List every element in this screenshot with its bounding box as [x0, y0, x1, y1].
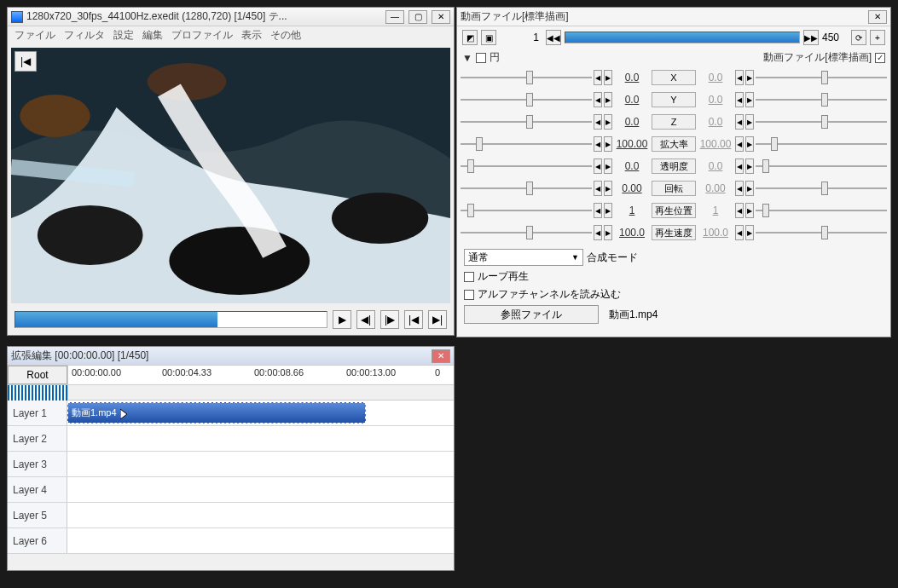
spin-right-down[interactable]: ◀ — [735, 159, 744, 174]
param-label[interactable]: Y — [652, 92, 696, 107]
spin-right-up[interactable]: ▶ — [745, 114, 754, 130]
slider-left[interactable] — [461, 114, 592, 130]
spin-left-up[interactable]: ▶ — [604, 225, 612, 240]
reference-file-button[interactable]: 参照ファイル — [464, 305, 599, 324]
param-label[interactable]: Z — [652, 114, 696, 130]
add-button[interactable]: + — [870, 30, 885, 45]
props-titlebar[interactable]: 動画ファイル[標準描画] ✕ — [457, 8, 890, 26]
value-left[interactable]: 0.0 — [614, 92, 650, 107]
props-close-button[interactable]: ✕ — [868, 10, 887, 24]
spin-right-down[interactable]: ◀ — [735, 225, 744, 240]
menu-settings[interactable]: 設定 — [113, 28, 134, 43]
spin-left-down[interactable]: ◀ — [594, 114, 602, 130]
slider-left[interactable] — [461, 136, 592, 152]
value-right[interactable]: 100.00 — [698, 136, 733, 152]
section-enable-checkbox[interactable]: ✓ — [875, 53, 885, 63]
slider-left[interactable] — [461, 203, 592, 218]
menu-profile[interactable]: プロファイル — [171, 28, 233, 43]
menu-view[interactable]: 表示 — [241, 28, 262, 43]
video-preview[interactable]: |◀ — [11, 48, 450, 303]
value-right[interactable]: 0.0 — [698, 92, 733, 107]
minimize-button[interactable]: — — [385, 10, 404, 24]
alpha-checkbox[interactable] — [464, 290, 474, 300]
slider-right[interactable] — [756, 92, 887, 107]
param-label[interactable]: 透明度 — [652, 159, 696, 174]
toggle-a-button[interactable]: ◩ — [462, 30, 478, 45]
slider-right[interactable] — [756, 136, 887, 152]
spin-right-up[interactable]: ▶ — [745, 136, 754, 152]
root-button[interactable]: Root — [8, 366, 67, 384]
spin-left-down[interactable]: ◀ — [594, 181, 602, 196]
value-left[interactable]: 0.00 — [614, 181, 650, 196]
spin-left-up[interactable]: ▶ — [604, 70, 612, 85]
layer-label[interactable]: Layer 4 — [8, 477, 67, 502]
spin-right-down[interactable]: ◀ — [735, 203, 744, 218]
layer-label[interactable]: Layer 5 — [8, 503, 67, 527]
slider-left[interactable] — [461, 225, 592, 240]
spin-left-up[interactable]: ▶ — [604, 181, 612, 196]
spin-left-down[interactable]: ◀ — [594, 159, 602, 174]
spin-right-down[interactable]: ◀ — [735, 70, 744, 85]
menu-other[interactable]: その他 — [270, 28, 301, 43]
layer-track[interactable] — [67, 528, 454, 553]
slider-left[interactable] — [461, 92, 592, 107]
layer-track[interactable]: 動画1.mp4 — [67, 401, 454, 425]
toggle-b-button[interactable]: ▣ — [481, 30, 496, 45]
spin-right-down[interactable]: ◀ — [735, 114, 744, 130]
value-right[interactable]: 1 — [698, 203, 733, 218]
step-back-button[interactable]: ◀| — [356, 310, 375, 329]
param-label[interactable]: 回転 — [652, 181, 696, 196]
go-start-button[interactable]: |◀ — [404, 310, 423, 329]
spin-left-up[interactable]: ▶ — [604, 136, 612, 152]
layer-label[interactable]: Layer 2 — [8, 426, 67, 451]
layer-label[interactable]: Layer 3 — [8, 452, 67, 476]
slider-left[interactable] — [461, 159, 592, 174]
spin-left-down[interactable]: ◀ — [594, 225, 602, 240]
spin-left-up[interactable]: ▶ — [604, 159, 612, 174]
slider-left[interactable] — [461, 181, 592, 196]
param-label[interactable]: X — [652, 70, 696, 85]
spin-right-up[interactable]: ▶ — [745, 92, 754, 107]
spin-left-down[interactable]: ◀ — [594, 203, 602, 218]
spin-right-up[interactable]: ▶ — [745, 159, 754, 174]
value-left[interactable]: 100.00 — [614, 136, 650, 152]
value-right[interactable]: 0.0 — [698, 159, 733, 174]
param-label[interactable]: 拡大率 — [652, 136, 696, 152]
step-fwd-button[interactable]: |▶ — [380, 310, 399, 329]
section-checkbox[interactable] — [476, 53, 486, 63]
frame-slider[interactable] — [565, 32, 800, 43]
loop-checkbox[interactable] — [464, 272, 474, 282]
close-button[interactable]: ✕ — [432, 10, 450, 24]
slider-right[interactable] — [756, 225, 887, 240]
spin-right-down[interactable]: ◀ — [735, 181, 744, 196]
spin-right-up[interactable]: ▶ — [745, 203, 754, 218]
spin-left-down[interactable]: ◀ — [594, 70, 602, 85]
preview-titlebar[interactable]: 1280x720_30fps_44100Hz.exedit (1280,720)… — [8, 8, 454, 26]
value-left[interactable]: 0.0 — [614, 114, 650, 130]
go-end-button[interactable]: ▶| — [428, 310, 447, 329]
menu-edit[interactable]: 編集 — [142, 28, 163, 43]
spin-left-down[interactable]: ◀ — [594, 136, 602, 152]
video-clip[interactable]: 動画1.mp4 — [67, 402, 366, 424]
spin-right-up[interactable]: ▶ — [745, 181, 754, 196]
layer-track[interactable] — [67, 426, 454, 451]
seek-slider[interactable] — [14, 311, 327, 328]
slider-right[interactable] — [756, 181, 887, 196]
spin-right-up[interactable]: ▶ — [745, 70, 754, 85]
spin-left-up[interactable]: ▶ — [604, 92, 612, 107]
maximize-button[interactable]: ▢ — [408, 10, 427, 24]
time-ruler[interactable]: 00:00:00.00 00:00:04.33 00:00:08.66 00:0… — [67, 366, 454, 384]
value-right[interactable]: 0.0 — [698, 70, 733, 85]
timeline-close-button[interactable]: ✕ — [432, 349, 450, 363]
expand-icon[interactable]: ▼ — [462, 52, 472, 64]
layer-track[interactable] — [67, 452, 454, 476]
slider-right[interactable] — [756, 159, 887, 174]
param-label[interactable]: 再生位置 — [652, 203, 696, 218]
menu-filter[interactable]: フィルタ — [64, 28, 105, 43]
spin-right-down[interactable]: ◀ — [735, 92, 744, 107]
timeline-titlebar[interactable]: 拡張編集 [00:00:00.00] [1/450] ✕ — [8, 347, 454, 366]
slider-right[interactable] — [756, 203, 887, 218]
value-left[interactable]: 0.0 — [614, 70, 650, 85]
spin-left-up[interactable]: ▶ — [604, 203, 612, 218]
layer-label[interactable]: Layer 6 — [8, 528, 67, 553]
